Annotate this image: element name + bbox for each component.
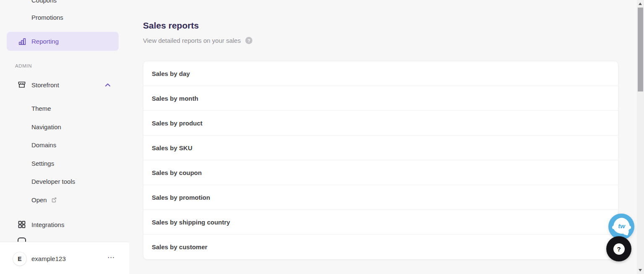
scrollbar[interactable] — [637, 0, 644, 274]
report-row-sales-by-coupon[interactable]: Sales by coupon — [143, 160, 618, 185]
sidebar-item-label: Integrations — [0, 221, 64, 228]
report-row-sales-by-sku[interactable]: Sales by SKU — [143, 136, 618, 160]
chat-widget-button[interactable]: tw — [608, 214, 634, 240]
avatar[interactable]: E — [13, 252, 26, 266]
scrollbar-thumb[interactable] — [638, 8, 643, 91]
scroll-up-arrow[interactable] — [639, 3, 642, 5]
user-menu-button[interactable]: ⋯ — [107, 253, 115, 262]
sidebar: Coupons Promotions Reporting ADMIN — [0, 0, 129, 274]
sidebar-item-reporting[interactable]: Reporting — [7, 32, 119, 51]
sidebar-item-label: Promotions — [0, 14, 63, 21]
sidebar-item-label: Developer tools — [0, 178, 75, 185]
external-link-icon — [51, 197, 57, 203]
grid-icon — [17, 220, 26, 229]
sidebar-item-label: Coupons — [0, 0, 57, 4]
sidebar-item-open[interactable]: Open — [0, 194, 126, 206]
sidebar-item-domains[interactable]: Domains — [0, 139, 126, 151]
chevron-up-icon[interactable] — [104, 82, 112, 88]
report-row-sales-by-customer[interactable]: Sales by customer — [143, 235, 618, 259]
sidebar-section-admin: ADMIN — [15, 63, 32, 68]
sidebar-item-integrations[interactable]: Integrations — [0, 219, 126, 230]
report-row-sales-by-day[interactable]: Sales by day — [143, 61, 618, 86]
report-row-sales-by-shipping-country[interactable]: Sales by shipping country — [143, 210, 618, 235]
sidebar-item-promotions[interactable]: Promotions — [0, 11, 126, 23]
avatar-initial: E — [18, 256, 21, 262]
scroll-down-arrow[interactable] — [639, 269, 642, 271]
sidebar-item-storefront[interactable]: Storefront — [0, 79, 126, 91]
bar-chart-icon — [18, 37, 26, 46]
report-row-sales-by-month[interactable]: Sales by month — [143, 86, 618, 111]
storefront-icon — [17, 80, 26, 89]
sidebar-item-label: Storefront — [0, 81, 59, 89]
sidebar-item-coupons[interactable]: Coupons — [0, 0, 126, 6]
report-row-sales-by-product[interactable]: Sales by product — [143, 111, 618, 136]
help-glyph: ? — [247, 38, 250, 43]
report-row-label: Sales by shipping country — [152, 219, 230, 226]
report-row-label: Sales by promotion — [152, 194, 210, 201]
sidebar-item-developer-tools[interactable]: Developer tools — [0, 175, 126, 187]
page-subtitle-row: View detailed reports on your sales ? — [143, 37, 252, 44]
report-row-label: Sales by SKU — [152, 144, 192, 151]
sidebar-item-navigation[interactable]: Navigation — [0, 121, 126, 133]
sidebar-item-label: Domains — [0, 141, 56, 149]
page-subtitle: View detailed reports on your sales — [143, 37, 241, 44]
report-row-label: Sales by coupon — [152, 169, 202, 176]
app-window: Coupons Promotions Reporting ADMIN — [0, 0, 644, 274]
report-list: Sales by day Sales by month Sales by pro… — [143, 61, 618, 260]
store-name: example123 — [31, 255, 66, 262]
sidebar-item-label: Settings — [0, 160, 54, 167]
sidebar-item-label: Reporting — [7, 38, 59, 45]
chat-logo-text: tw — [618, 222, 625, 230]
help-button[interactable]: ? — [606, 236, 631, 261]
report-row-label: Sales by customer — [152, 243, 208, 251]
question-mark-icon: ? — [613, 243, 625, 255]
report-row-label: Sales by month — [152, 95, 198, 102]
help-tooltip-icon[interactable]: ? — [245, 37, 252, 44]
report-row-label: Sales by product — [152, 120, 203, 127]
sidebar-item-label: Navigation — [0, 123, 61, 130]
chat-bubble-icon: tw — [613, 218, 630, 234]
sidebar-item-label: Theme — [0, 105, 51, 112]
report-row-sales-by-promotion[interactable]: Sales by promotion — [143, 185, 618, 210]
sidebar-item-settings[interactable]: Settings — [0, 157, 126, 169]
report-row-label: Sales by day — [152, 70, 190, 77]
sidebar-item-theme[interactable]: Theme — [0, 102, 126, 114]
sidebar-item-label: Open — [0, 196, 47, 204]
page-title: Sales reports — [143, 21, 199, 31]
user-bar: E example123 ⋯ — [0, 242, 129, 274]
